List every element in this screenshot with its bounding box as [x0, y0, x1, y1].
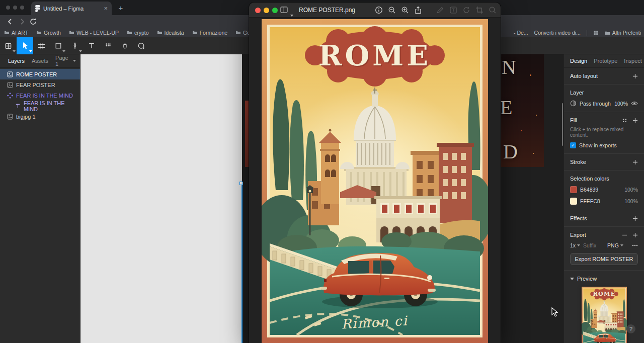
pen-tool[interactable] [66, 37, 83, 54]
preview-window-title: ROME POSTER.png [284, 3, 370, 18]
color-opacity[interactable]: 100% [624, 198, 638, 204]
bookmark-other-favorites[interactable]: Altri Preferiti [605, 30, 641, 36]
share-icon[interactable] [414, 6, 422, 14]
canvas-page[interactable] [80, 54, 242, 343]
bookmark-item[interactable]: WEB - LEVEL-UP [69, 30, 119, 36]
window-minimize-icon[interactable] [13, 6, 17, 10]
bookmark-item[interactable]: AI ART [4, 30, 28, 36]
export-rome-poster-button[interactable]: Export ROME POSTER [570, 253, 638, 265]
resources-tool[interactable] [100, 37, 116, 54]
folder-icon [69, 30, 74, 35]
new-tab-button[interactable]: + [117, 4, 125, 12]
export-options-icon[interactable] [632, 244, 638, 246]
fear-poster-fragment[interactable]: N E D [501, 54, 544, 167]
add-fill-icon[interactable] [632, 118, 638, 123]
minimize-icon[interactable] [264, 8, 269, 13]
markup-pencil-icon [436, 6, 444, 14]
preview-label: Preview [577, 276, 597, 282]
window-close-icon[interactable] [6, 6, 10, 10]
folder-icon [605, 31, 610, 35]
info-icon[interactable] [375, 6, 383, 14]
color-swatch[interactable] [570, 186, 577, 193]
layer-row-fear-text[interactable]: FEAR IS IN THE MIND [0, 101, 80, 111]
layer-row-bigjpg[interactable]: bigjpg 1 [0, 111, 80, 122]
window-zoom-icon[interactable] [20, 6, 24, 10]
bookmark-item[interactable]: Growth [36, 30, 61, 36]
close-icon[interactable] [255, 8, 261, 13]
add-export-icon[interactable] [632, 232, 638, 238]
zoom-out-icon[interactable] [388, 6, 396, 14]
bookmark-item[interactable]: - De... [514, 30, 528, 36]
text-layer-icon [15, 103, 21, 109]
help-button[interactable]: ? [626, 324, 635, 333]
fill-styles-icon[interactable] [622, 118, 627, 123]
export-format-select[interactable]: PNG [607, 242, 623, 248]
layer-row-fear-poster[interactable]: FEAR POSTER [0, 79, 80, 90]
comment-tool[interactable] [133, 37, 149, 54]
layer-opacity-input[interactable]: 100% [614, 101, 628, 107]
add-auto-layout-icon[interactable] [632, 73, 638, 79]
hand-tool[interactable] [116, 37, 133, 54]
export-section: Export 1x PNG Export ROME POSTER [564, 227, 644, 271]
folder-icon [192, 30, 198, 35]
component-icon [7, 93, 13, 99]
visibility-eye-icon[interactable] [631, 101, 638, 106]
remove-export-icon[interactable] [622, 232, 627, 238]
fullscreen-icon[interactable] [272, 8, 278, 13]
fear-poster-letter: E [501, 96, 512, 119]
tab-prototype[interactable]: Prototype [594, 58, 617, 64]
layer-row-rome-poster[interactable]: ROME POSTER [0, 69, 80, 79]
preview-titlebar[interactable]: ROME POSTER.png [249, 3, 501, 18]
tab-inspect[interactable]: Inspect [624, 58, 641, 64]
canvas-scrollbar[interactable] [562, 103, 563, 146]
blend-mode-select[interactable]: Pass through [580, 101, 611, 107]
export-scale-select[interactable]: 1x [570, 242, 580, 248]
export-suffix-input[interactable] [583, 242, 604, 248]
forward-icon[interactable] [18, 18, 26, 26]
fill-hint: Click + to replace mixed content. [570, 127, 638, 138]
tab-title: Untitled – Figma [43, 6, 101, 12]
preview-header[interactable]: Preview [570, 276, 638, 282]
color-hex: FFEFC8 [580, 198, 600, 204]
bookmark-item[interactable]: crypto [127, 30, 149, 36]
show-in-exports-checkbox[interactable]: ✓ [570, 142, 576, 148]
tab-close-icon[interactable]: × [104, 5, 108, 12]
rotate-icon [462, 6, 470, 14]
crop-icon [475, 6, 484, 14]
tab-layers[interactable]: Layers [8, 58, 25, 64]
add-effect-icon[interactable] [632, 216, 638, 221]
folder-icon [157, 30, 163, 35]
layers-panel: Layers Assets Page 1 ROME POSTER FEAR PO… [0, 54, 80, 343]
ember-dot [536, 115, 537, 116]
reading-list-icon[interactable] [593, 30, 599, 36]
color-opacity[interactable]: 100% [624, 187, 638, 193]
poster-edge-fragment[interactable] [245, 101, 249, 167]
fear-poster-letter: D [503, 140, 518, 163]
tab-assets[interactable]: Assets [32, 58, 48, 64]
text-annotate-icon [449, 6, 457, 14]
bookmark-item[interactable]: Formazione [192, 30, 227, 36]
preview-app-window: ROME POSTER.png [249, 3, 501, 343]
stroke-section: Stroke [564, 154, 644, 170]
fill-section: Fill Click + to replace mixed content. ✓… [564, 112, 644, 154]
bookmark-item[interactable]: Idealista [157, 30, 184, 36]
back-icon[interactable] [6, 18, 14, 26]
tab-design[interactable]: Design [570, 58, 587, 64]
layer-row-fear-component[interactable]: FEAR IS IN THE MIND [0, 90, 80, 101]
folder-icon [36, 30, 42, 35]
text-tool[interactable] [83, 37, 100, 54]
color-swatch[interactable] [570, 198, 577, 205]
zoom-in-icon[interactable] [401, 6, 409, 14]
image-layer-icon [7, 71, 13, 77]
frame-tool[interactable] [33, 37, 50, 54]
shape-tool[interactable] [50, 37, 66, 54]
selection-color-row: B64839 100% [570, 186, 638, 193]
page-selector[interactable]: Page 1 [55, 55, 76, 67]
bookmark-item[interactable]: Converti i video di... [534, 30, 581, 36]
figma-menu-icon[interactable] [0, 37, 17, 54]
reload-icon[interactable] [29, 18, 37, 26]
selection-handle[interactable] [239, 182, 243, 185]
move-tool[interactable] [17, 37, 33, 54]
add-stroke-icon[interactable] [632, 159, 638, 165]
browser-tab[interactable]: Untitled – Figma × [31, 2, 112, 15]
